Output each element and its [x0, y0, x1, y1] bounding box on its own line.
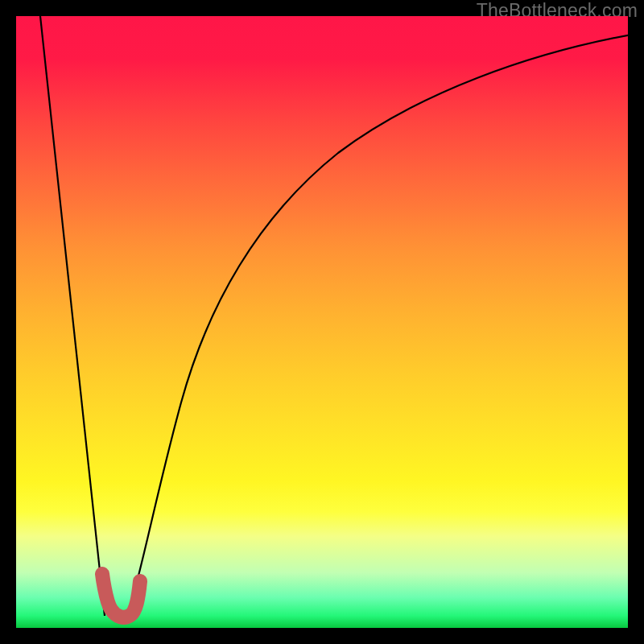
j-marker	[102, 574, 140, 617]
curve-right-arm	[129, 34, 628, 612]
chart-svg	[16, 16, 628, 628]
chart-frame: TheBottleneck.com	[0, 0, 644, 644]
curve-left-arm	[40, 16, 105, 616]
plot-area	[16, 16, 628, 628]
